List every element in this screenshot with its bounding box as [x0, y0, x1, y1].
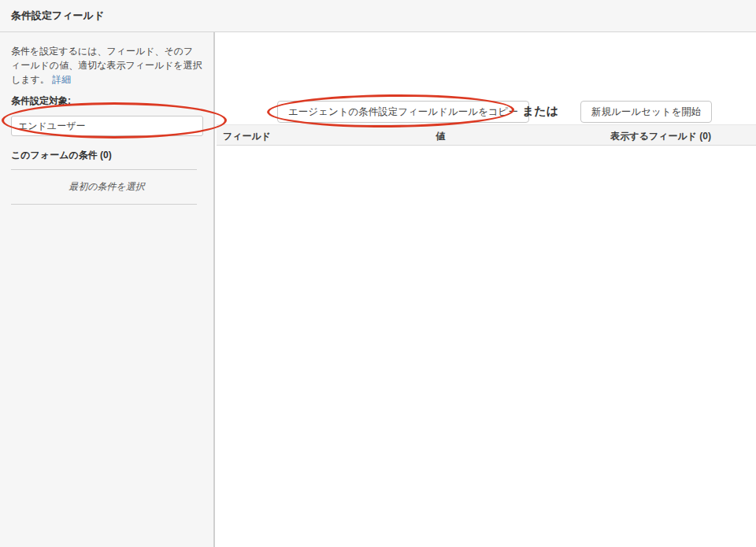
column-header-value: 値 [435, 130, 445, 143]
divider [11, 169, 197, 170]
column-header-field: フィールド [223, 130, 271, 143]
intro-text-body: 条件を設定するには、フィールド、そのフィールドの値、適切な表示フィールドを選択し… [11, 46, 202, 85]
or-separator: または [522, 104, 558, 119]
empty-state-text: 最初の条件を選択 [11, 180, 202, 194]
intro-text: 条件を設定するには、フィールド、そのフィールドの値、適切な表示フィールドを選択し… [11, 44, 202, 87]
target-form-select[interactable]: エンドユーザー [11, 116, 203, 136]
main-content: エージェントの条件設定フィールドルールをコピー または 新規ルールセットを開始 … [217, 32, 756, 547]
conditions-heading: このフォームの条件 (0) [11, 149, 202, 162]
sidebar: 条件を設定するには、フィールド、そのフィールドの値、適切な表示フィールドを選択し… [0, 32, 215, 547]
app-header: 条件設定フィールド [0, 0, 756, 32]
copy-agent-rules-button[interactable]: エージェントの条件設定フィールドルールをコピー [277, 101, 529, 123]
details-link[interactable]: 詳細 [52, 74, 71, 85]
target-form-label: 条件設定対象: [11, 94, 202, 108]
column-header-fields-to-show: 表示するフィールド (0) [610, 130, 711, 143]
start-new-ruleset-button[interactable]: 新規ルールセットを開始 [580, 101, 712, 123]
divider [11, 204, 197, 205]
page-title: 条件設定フィールド [11, 9, 104, 23]
rules-table-header: フィールド 値 表示するフィールド (0) [217, 124, 756, 146]
